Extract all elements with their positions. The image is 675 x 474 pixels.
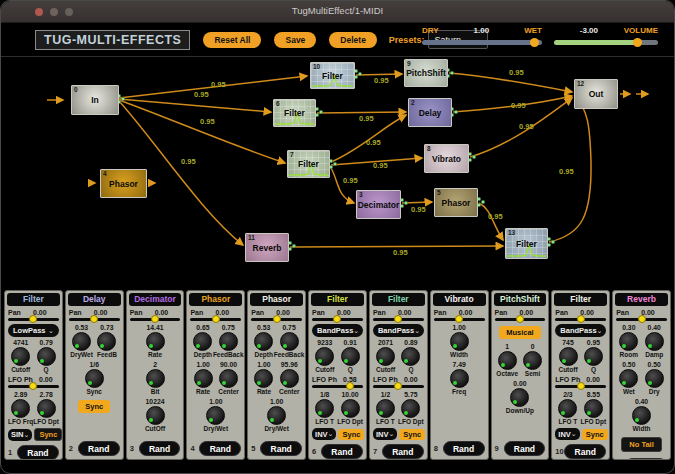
knob-depth[interactable] bbox=[193, 332, 212, 351]
knob-cutoff[interactable] bbox=[376, 347, 395, 366]
rand-button[interactable]: Rand bbox=[260, 441, 302, 456]
slider-thumb[interactable] bbox=[273, 315, 281, 323]
slider-thumb[interactable] bbox=[333, 315, 341, 323]
pan-track[interactable] bbox=[495, 318, 546, 321]
pan-slider[interactable]: Pan0.00 bbox=[555, 309, 606, 321]
pan-slider[interactable]: Pan0.00 bbox=[8, 309, 59, 321]
knob-down-up[interactable] bbox=[510, 388, 529, 407]
dropdown-inv[interactable]: INV⌄ bbox=[373, 428, 397, 440]
volume-slider-thumb[interactable] bbox=[633, 38, 642, 47]
rand-button[interactable]: Rand bbox=[199, 441, 241, 456]
slider-thumb[interactable] bbox=[577, 315, 585, 323]
slider-thumb[interactable] bbox=[29, 382, 37, 390]
lfo-ph-slider[interactable]: LFO Ph0.00 bbox=[555, 376, 606, 388]
node-pitchshift-9[interactable]: 9PitchShift bbox=[404, 59, 448, 87]
slider-thumb[interactable] bbox=[346, 382, 354, 390]
slider-thumb[interactable] bbox=[90, 315, 98, 323]
no-tail-button[interactable]: No Tail bbox=[621, 437, 661, 452]
knob-rate[interactable] bbox=[254, 369, 273, 388]
knob-dry[interactable] bbox=[645, 369, 664, 388]
node-filter-13[interactable]: 13Filter bbox=[505, 228, 548, 259]
knob-feedb[interactable] bbox=[97, 332, 116, 351]
knob-dry-wet[interactable] bbox=[206, 406, 225, 425]
dropdown-sin[interactable]: SIN⌄ bbox=[8, 429, 32, 441]
pan-track[interactable] bbox=[8, 318, 59, 321]
knob-drywet[interactable] bbox=[72, 332, 91, 351]
node-filter-10[interactable]: 10Filter bbox=[310, 62, 355, 89]
dropdown-lowpass[interactable]: LowPass⌄ bbox=[8, 324, 59, 337]
volume-slider[interactable] bbox=[554, 40, 658, 45]
slider-thumb[interactable] bbox=[455, 315, 463, 323]
lfo-ph-track[interactable] bbox=[312, 385, 363, 388]
pan-slider[interactable]: Pan0.00 bbox=[373, 309, 424, 321]
sync-button[interactable]: Sync bbox=[34, 428, 62, 441]
knob-lfo-t[interactable] bbox=[376, 399, 395, 418]
rand-button[interactable]: Rand bbox=[321, 444, 363, 459]
knob-damp[interactable] bbox=[645, 332, 664, 351]
rand-button[interactable]: Rand bbox=[17, 445, 59, 460]
slider-thumb[interactable] bbox=[394, 315, 402, 323]
slider-thumb[interactable] bbox=[29, 315, 37, 323]
slider-thumb[interactable] bbox=[638, 315, 646, 323]
knob-lfo-frq[interactable] bbox=[11, 399, 30, 418]
knob-feedback[interactable] bbox=[219, 332, 238, 351]
dropdown-bandpass[interactable]: BandPass⌄ bbox=[373, 324, 424, 337]
sync-button[interactable]: Sync bbox=[78, 400, 110, 413]
lfo-ph-slider[interactable]: LFO Ph0.58 bbox=[312, 376, 363, 388]
knob-rate[interactable] bbox=[146, 332, 165, 351]
pan-track[interactable] bbox=[251, 318, 302, 321]
pan-track[interactable] bbox=[373, 318, 424, 321]
sync-button[interactable]: Sync bbox=[338, 429, 364, 440]
node-phasor-5[interactable]: 5Phasor bbox=[434, 188, 478, 217]
pan-slider[interactable]: Pan0.00 bbox=[434, 309, 485, 321]
knob-lfo-dpt[interactable] bbox=[584, 399, 603, 418]
knob-lfo-dpt[interactable] bbox=[341, 399, 360, 418]
knob-bit[interactable] bbox=[146, 369, 165, 388]
drywet-slider[interactable] bbox=[422, 40, 542, 45]
lfo-ph-slider[interactable]: LFO Ph0.00 bbox=[373, 376, 424, 388]
node-filter-7[interactable]: 7Filter bbox=[287, 150, 330, 178]
delete-button[interactable]: Delete bbox=[329, 32, 377, 48]
node-reverb-11[interactable]: 11Reverb bbox=[245, 233, 289, 262]
reset-all-button[interactable]: Reset All bbox=[203, 32, 261, 48]
pan-track[interactable] bbox=[434, 318, 485, 321]
dropdown-bandpass[interactable]: BandPass⌄ bbox=[312, 324, 363, 337]
pan-slider[interactable]: Pan0.00 bbox=[495, 309, 546, 321]
node-phasor-4[interactable]: 4Phasor bbox=[100, 169, 147, 198]
knob-q[interactable] bbox=[37, 347, 56, 366]
pan-slider[interactable]: Pan0.00 bbox=[251, 309, 302, 321]
knob-lfo-t[interactable] bbox=[315, 399, 334, 418]
knob-cutoff[interactable] bbox=[146, 406, 165, 425]
slider-thumb[interactable] bbox=[516, 315, 524, 323]
dropdown-bandpass[interactable]: BandPass⌄ bbox=[555, 324, 606, 337]
knob-cutoff[interactable] bbox=[11, 347, 30, 366]
rand-button[interactable]: Rand bbox=[139, 441, 181, 456]
slider-thumb[interactable] bbox=[212, 315, 220, 323]
knob-semi[interactable] bbox=[523, 351, 542, 370]
pan-slider[interactable]: Pan0.00 bbox=[130, 309, 181, 321]
node-filter-6[interactable]: 6Filter bbox=[273, 99, 316, 127]
drywet-slider-thumb[interactable] bbox=[530, 38, 539, 47]
knob-q[interactable] bbox=[401, 347, 420, 366]
knob-lfo-dpt[interactable] bbox=[401, 399, 420, 418]
pan-track[interactable] bbox=[555, 318, 606, 321]
lfo-ph-track[interactable] bbox=[373, 385, 424, 388]
knob-depth[interactable] bbox=[254, 332, 273, 351]
rand-button[interactable]: Rand bbox=[78, 441, 120, 456]
knob-room[interactable] bbox=[619, 332, 638, 351]
save-button[interactable]: Save bbox=[274, 32, 316, 48]
pan-track[interactable] bbox=[130, 318, 181, 321]
slider-thumb[interactable] bbox=[577, 382, 585, 390]
sync-button[interactable]: Sync bbox=[399, 429, 425, 440]
knob-lfo-dpt[interactable] bbox=[37, 399, 56, 418]
pan-slider[interactable]: Pan0.00 bbox=[69, 309, 120, 321]
pan-track[interactable] bbox=[312, 318, 363, 321]
lfo-ph-track[interactable] bbox=[555, 385, 606, 388]
knob-sync[interactable] bbox=[85, 369, 104, 388]
sync-button[interactable]: Sync bbox=[582, 429, 608, 440]
knob-center[interactable] bbox=[280, 369, 299, 388]
rand-button[interactable]: Rand bbox=[504, 441, 546, 456]
rand-button[interactable]: Rand bbox=[625, 458, 667, 460]
node-in-0[interactable]: 0In bbox=[71, 85, 119, 115]
pan-track[interactable] bbox=[69, 318, 120, 321]
